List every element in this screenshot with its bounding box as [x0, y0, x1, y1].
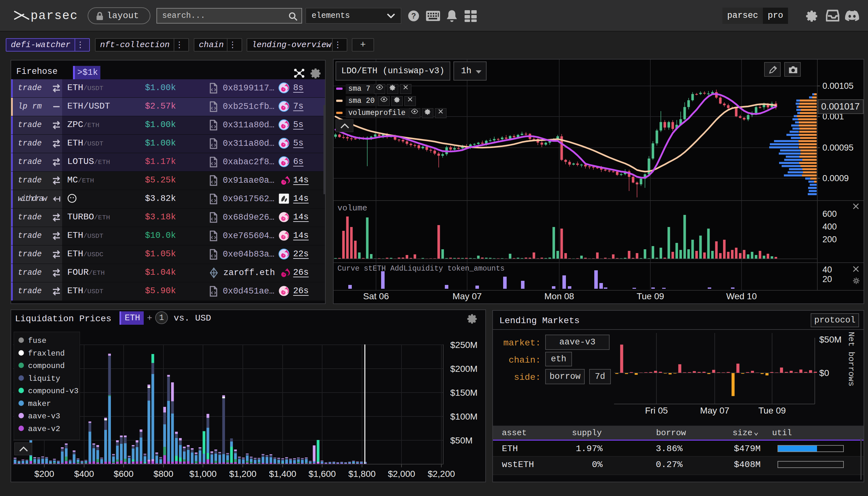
- svg-text:Tue 09: Tue 09: [758, 406, 786, 416]
- svg-text:Fri 05: Fri 05: [645, 406, 668, 416]
- svg-text:?: ?: [411, 12, 416, 20]
- svg-text:$50M: $50M: [819, 335, 841, 344]
- svg-text:$0: $0: [819, 368, 829, 378]
- svg-text:May 07: May 07: [700, 406, 729, 416]
